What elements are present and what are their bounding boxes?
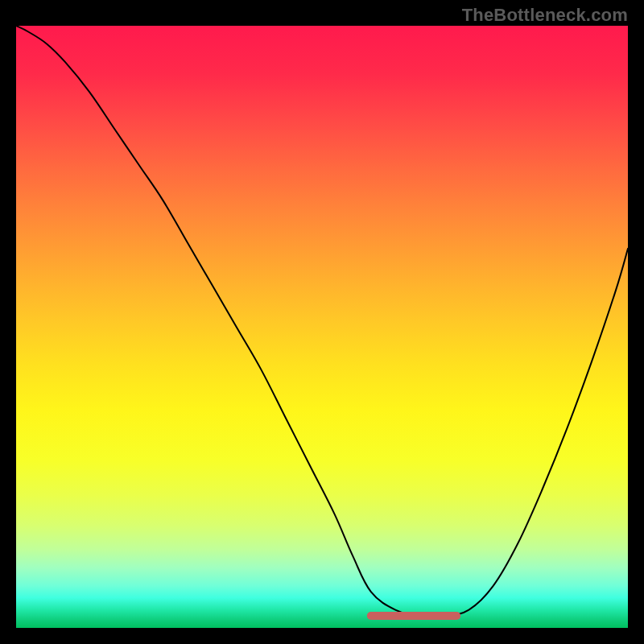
curve-svg: [16, 26, 628, 628]
plot-area: [16, 26, 628, 628]
bottleneck-curve: [16, 26, 628, 617]
watermark-text: TheBottleneck.com: [462, 5, 628, 26]
chart-canvas: TheBottleneck.com: [0, 0, 644, 644]
